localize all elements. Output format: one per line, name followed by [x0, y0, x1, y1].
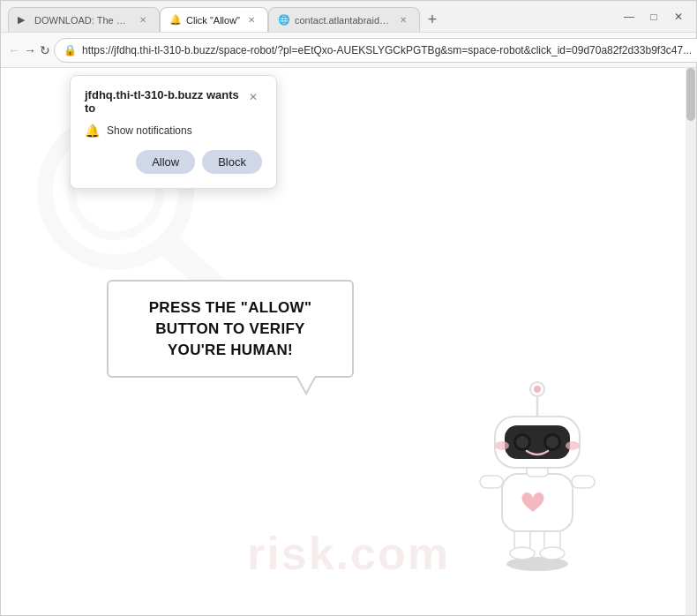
new-tab-button[interactable]: + — [420, 7, 445, 32]
allow-button[interactable]: Allow — [136, 150, 195, 174]
robot-character — [449, 368, 626, 562]
page-content: risk.com jfdhq.thi-tl-310-b.buzz wants t… — [1, 68, 696, 615]
popup-header: jfdhq.thi-tl-310-b.buzz wants to ✕ — [85, 88, 262, 115]
tab1-favicon: ▶ — [18, 14, 30, 26]
block-button[interactable]: Block — [202, 150, 262, 174]
tab2-close[interactable]: ✕ — [244, 13, 259, 27]
url-text: https://jfdhq.thi-tl-310-b.buzz/space-ro… — [82, 44, 692, 56]
robot-svg — [449, 368, 626, 571]
svg-point-6 — [510, 547, 535, 560]
tab1-label: DOWNLOAD: The Penguin S01... — [34, 15, 131, 26]
tab3-label: contact.atlantabraids.com/?3yj... — [295, 15, 392, 26]
svg-point-7 — [540, 547, 565, 560]
popup-title: jfdhq.thi-tl-310-b.buzz wants to — [85, 88, 245, 115]
speech-text: PRESS THE "ALLOW" BUTTON TO VERIFY YOU'R… — [149, 299, 312, 358]
popup-notification-row: 🔔 Show notifications — [85, 124, 262, 138]
browser-window: ▶ DOWNLOAD: The Penguin S01... ✕ 🔔 Click… — [0, 0, 697, 616]
bell-icon: 🔔 — [85, 124, 100, 138]
nav-bar: ← → ↻ 🔒 https://jfdhq.thi-tl-310-b.buzz/… — [1, 33, 696, 68]
speech-bubble: PRESS THE "ALLOW" BUTTON TO VERIFY YOU'R… — [107, 280, 354, 378]
svg-point-16 — [516, 436, 528, 448]
svg-point-17 — [546, 436, 558, 448]
svg-rect-9 — [480, 476, 503, 488]
scrollbar[interactable] — [686, 68, 696, 615]
tab2-label: Click "Allow" — [186, 15, 240, 26]
svg-rect-10 — [572, 476, 595, 488]
tab3-favicon: 🌐 — [278, 14, 290, 26]
refresh-button[interactable]: ↻ — [40, 38, 50, 63]
tab1-close[interactable]: ✕ — [136, 13, 150, 27]
tab-atlantabraids[interactable]: 🌐 contact.atlantabraids.com/?3yj... ✕ — [268, 7, 420, 32]
close-button[interactable]: ✕ — [668, 8, 689, 26]
tab2-favicon: 🔔 — [169, 14, 182, 26]
tab-click-allow[interactable]: 🔔 Click "Allow" ✕ — [160, 7, 268, 32]
svg-point-18 — [495, 441, 509, 450]
tab3-close[interactable]: ✕ — [396, 13, 410, 27]
minimize-button[interactable]: — — [618, 8, 640, 26]
back-button[interactable]: ← — [8, 38, 20, 63]
svg-point-22 — [534, 386, 541, 393]
tab-strip: ▶ DOWNLOAD: The Penguin S01... ✕ 🔔 Click… — [8, 1, 608, 32]
forward-button[interactable]: → — [24, 38, 36, 63]
watermark-text: risk.com — [247, 527, 450, 580]
popup-notification-text: Show notifications — [107, 124, 192, 137]
address-bar[interactable]: 🔒 https://jfdhq.thi-tl-310-b.buzz/space-… — [54, 38, 697, 63]
maximize-button[interactable]: □ — [643, 8, 664, 26]
title-bar: ▶ DOWNLOAD: The Penguin S01... ✕ 🔔 Click… — [1, 1, 696, 33]
lock-icon: 🔒 — [64, 44, 77, 56]
speech-bubble-container: PRESS THE "ALLOW" BUTTON TO VERIFY YOU'R… — [107, 280, 354, 378]
scrollbar-thumb[interactable] — [686, 68, 695, 121]
tab-download[interactable]: ▶ DOWNLOAD: The Penguin S01... ✕ — [8, 7, 160, 32]
popup-buttons: Allow Block — [85, 150, 262, 174]
notification-popup: jfdhq.thi-tl-310-b.buzz wants to ✕ 🔔 Sho… — [70, 75, 277, 189]
popup-close-button[interactable]: ✕ — [245, 88, 262, 106]
window-controls: — □ ✕ — [618, 8, 689, 26]
svg-point-19 — [566, 441, 580, 450]
